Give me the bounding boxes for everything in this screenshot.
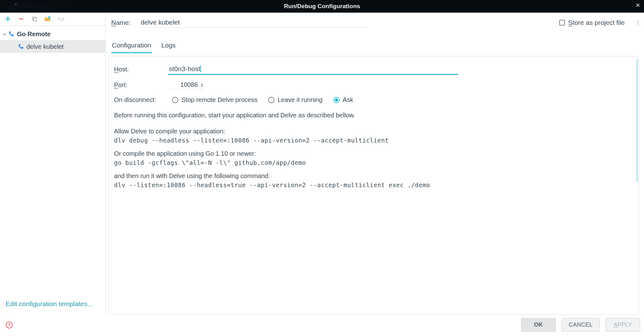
- tree-node-go-remote[interactable]: Go Remote: [0, 28, 105, 40]
- titlebar-logo: [0, 0, 71, 13]
- chevron-down-icon[interactable]: ▾: [201, 85, 203, 87]
- on-disconnect-label: On disconnect:: [114, 96, 161, 104]
- tabs: Configuration Logs: [106, 28, 641, 53]
- more-icon[interactable]: [637, 20, 638, 25]
- help-compile: Allow Delve to compile your application:: [114, 128, 630, 135]
- code-go-build: go build -gcflags \"all=-N -l\" github.c…: [114, 159, 630, 166]
- radio-icon: [268, 97, 274, 103]
- code-dlv-debug: dlv debug --headless --listen=:10086 --a…: [114, 137, 630, 144]
- radio-leave-running[interactable]: Leave it running: [268, 96, 322, 104]
- go-remote-icon: [8, 31, 14, 37]
- name-row: Name: Store as project file: [106, 13, 641, 28]
- help-then: and then run it with Delve using the fol…: [114, 172, 630, 180]
- close-icon[interactable]: ✕: [635, 3, 640, 8]
- tree-node-label: Go Remote: [17, 31, 51, 38]
- code-dlv-exec: dlv --listen=:10086 --headless=true --ap…: [114, 182, 630, 188]
- radio-icon: [172, 97, 178, 103]
- radio-stop-remote[interactable]: Stop remote Delve process: [172, 96, 257, 104]
- svg-text:A: A: [58, 17, 60, 21]
- host-field[interactable]: st0n3-host: [168, 64, 458, 75]
- dialog-title: Run/Debug Configurations: [284, 3, 360, 10]
- name-label: Name:: [111, 19, 131, 26]
- host-row: Host: st0n3-host: [112, 62, 633, 79]
- on-disconnect-row: On disconnect: Stop remote Delve process…: [112, 93, 633, 108]
- sidebar: AZ Go Remote: [0, 13, 106, 315]
- dialog-window: Run/Debug Configurations ✕ AZ: [0, 0, 644, 336]
- store-as-project-checkbox[interactable]: Store as project file: [559, 19, 625, 26]
- radio-icon: [333, 97, 340, 103]
- config-tree: Go Remote delve kubelet: [0, 26, 105, 295]
- help-intro: Before running this configuration, start…: [114, 112, 630, 119]
- dialog-footer: ? OK CANCEL APPLY: [0, 315, 644, 336]
- kali-dragon-icon: [1, 0, 71, 13]
- go-remote-icon: [18, 43, 24, 50]
- svg-rect-2: [33, 18, 37, 21]
- help-icon[interactable]: ?: [6, 322, 13, 328]
- radio-ask[interactable]: Ask: [333, 96, 353, 104]
- configuration-panel: Host: st0n3-host Port: ▴ ▾: [108, 56, 639, 315]
- copy-icon[interactable]: [31, 15, 38, 22]
- host-label: Host:: [114, 66, 161, 73]
- scrollbar[interactable]: [636, 59, 638, 182]
- sidebar-toolbar: AZ: [0, 13, 105, 26]
- checkbox-icon[interactable]: [559, 20, 565, 25]
- port-field-wrap: ▴ ▾: [168, 81, 204, 89]
- port-field[interactable]: [170, 81, 198, 88]
- ok-button[interactable]: OK: [521, 318, 556, 332]
- titlebar: Run/Debug Configurations ✕: [0, 0, 644, 13]
- help-or: Or compile the application using Go 1.10…: [114, 150, 630, 157]
- tree-node-delve-kubelet[interactable]: delve kubelet: [0, 40, 105, 53]
- svg-text:Z: Z: [60, 18, 62, 22]
- content-pane: Name: Store as project file Configuratio…: [106, 13, 644, 315]
- cancel-button[interactable]: CANCEL: [561, 318, 600, 332]
- chevron-down-icon[interactable]: [3, 31, 8, 38]
- edit-templates-link[interactable]: Edit configuration templates...: [0, 295, 105, 315]
- apply-button[interactable]: APPLY: [606, 318, 640, 332]
- port-stepper[interactable]: ▴ ▾: [201, 82, 203, 87]
- svg-point-0: [15, 3, 17, 5]
- port-row: Port: ▴ ▾: [112, 79, 633, 93]
- tree-node-label: delve kubelet: [26, 43, 64, 50]
- remove-icon[interactable]: [18, 15, 25, 22]
- new-folder-icon[interactable]: [44, 15, 51, 22]
- tab-configuration[interactable]: Configuration: [111, 42, 152, 53]
- tab-logs[interactable]: Logs: [161, 42, 176, 53]
- port-label: Port:: [114, 81, 161, 89]
- dialog-body: AZ Go Remote: [0, 13, 644, 315]
- add-icon[interactable]: [4, 15, 11, 22]
- sort-icon[interactable]: AZ: [57, 15, 64, 22]
- help-text: Before running this configuration, start…: [112, 108, 633, 192]
- name-field[interactable]: [140, 17, 367, 28]
